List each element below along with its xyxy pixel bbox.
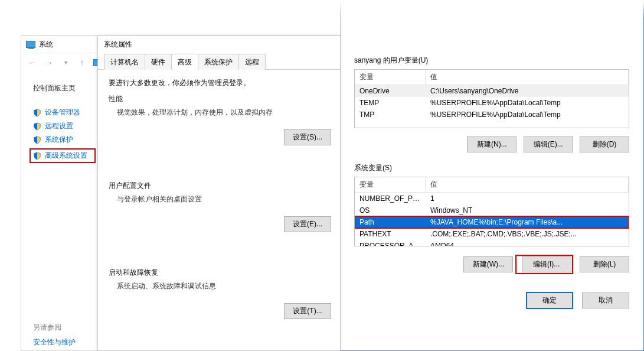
tab-hardware[interactable]: 硬件 [145,54,172,70]
system-title: 系统 [39,40,53,50]
system-left-panel: 控制面板主页 设备管理器 远程设置 系统保护 高级系统设置 另请参阅 安全性与维… [21,72,98,347]
group-title: 用户配置文件 [109,181,331,191]
device-manager-link[interactable]: 设备管理器 [33,108,96,118]
back-icon[interactable]: ← [27,57,38,68]
forward-icon[interactable]: → [44,57,54,68]
cell-val: 1 [426,193,629,204]
list-row[interactable]: TEMP%USERPROFILE%\AppData\Local\Temp [355,97,629,109]
shield-icon [33,122,41,131]
col-variable[interactable]: 变量 [355,70,426,84]
sys-vars-list[interactable]: 变量 值 NUMBER_OF_PR...1 OSWindows_NT Path%… [354,177,629,246]
cell-var: OneDrive [355,85,426,97]
perf-settings-button[interactable]: 设置(S)... [284,129,331,145]
group-desc: 系统启动、系统故障和调试信息 [117,281,331,291]
advanced-system-settings-link[interactable]: 高级系统设置 [33,151,92,161]
ok-button[interactable]: 确定 [526,292,573,309]
remote-settings-link[interactable]: 远程设置 [33,121,96,131]
list-row[interactable]: PATHEXT.COM;.EXE;.BAT;.CMD;.VBS;.VBE;.JS… [355,228,629,240]
group-title: 性能 [109,94,331,104]
tab-advanced[interactable]: 高级 [171,54,198,70]
dropdown-icon[interactable]: ▾ [60,57,71,68]
see-also-label: 另请参阅 [33,323,96,333]
security-maintenance-link[interactable]: 安全性与维护 [33,337,96,347]
admin-note: 要进行大多数更改，你必须作为管理员登录。 [109,78,331,88]
system-protection-link[interactable]: 系统保护 [33,135,96,145]
sys-vars-label: 系统变量(S) [354,163,629,173]
cell-val: %USERPROFILE%\AppData\Local\Temp [426,109,629,121]
link-label: 远程设置 [45,121,73,131]
group-desc: 与登录帐户相关的桌面设置 [117,194,331,204]
list-row[interactable]: TMP%USERPROFILE%\AppData\Local\Temp [355,109,629,121]
cell-var: PROCESSOR_AR... [355,240,426,246]
startup-recovery-group: 启动和故障恢复 系统启动、系统故障和调试信息 设置(T)... [109,268,331,349]
list-row[interactable]: OSWindows_NT [355,204,629,216]
group-desc: 视觉效果，处理器计划，内存使用，以及虚拟内存 [117,108,331,118]
delete-user-var-button[interactable]: 删除(D) [580,136,629,152]
environment-variables-dialog: sanyang 的用户变量(U) 变量 值 OneDriveC:\Users\s… [341,0,644,351]
cell-var: NUMBER_OF_PR... [355,193,426,204]
list-row[interactable]: NUMBER_OF_PR...1 [355,193,629,204]
tab-computer-name[interactable]: 计算机名 [104,54,145,70]
sys-vars-buttons: 新建(W)... 编辑(I)... 删除(L) [354,255,629,274]
cell-var: PATHEXT [355,228,426,240]
edit-sys-var-button[interactable]: 编辑(I)... [522,256,571,272]
group-title: 启动和故障恢复 [109,268,331,278]
shield-icon [33,152,41,160]
list-row[interactable]: OneDriveC:\Users\sanyang\OneDrive [355,85,629,97]
link-label: 高级系统设置 [45,151,87,161]
edit-sys-var-highlight: 编辑(I)... [515,255,573,274]
user-vars-buttons: 新建(N)... 编辑(E)... 删除(D) [354,136,629,152]
list-header: 变量 值 [355,70,629,85]
profiles-settings-button[interactable]: 设置(E)... [284,216,331,232]
startup-settings-button[interactable]: 设置(T)... [284,303,331,319]
col-value[interactable]: 值 [426,70,629,84]
edit-user-var-button[interactable]: 编辑(E)... [524,136,573,152]
col-variable[interactable]: 变量 [355,177,426,192]
dialog-bottom-buttons: 确定 取消 [354,292,629,309]
system-properties-dialog: 系统属性 计算机名 硬件 高级 系统保护 远程 要进行大多数更改，你必须作为管理… [97,35,342,351]
cell-var: Path [355,216,426,228]
shield-icon [33,136,41,144]
cell-val: Windows_NT [426,204,629,216]
link-label: 设备管理器 [45,108,80,118]
delete-sys-var-button[interactable]: 删除(L) [580,256,629,272]
col-value[interactable]: 值 [426,177,629,192]
cell-val: %USERPROFILE%\AppData\Local\Temp [426,97,629,109]
cancel-button[interactable]: 取消 [582,292,629,308]
cell-var: OS [355,204,426,216]
list-header: 变量 值 [355,177,629,193]
user-vars-label: sanyang 的用户变量(U) [354,56,629,66]
user-vars-list[interactable]: 变量 值 OneDriveC:\Users\sanyang\OneDrive T… [354,69,629,128]
tab-remote[interactable]: 远程 [238,54,266,70]
list-row[interactable]: PROCESSOR_AR...AMD64 [355,240,629,246]
tab-bar: 计算机名 硬件 高级 系统保护 远程 [98,53,342,70]
computer-icon [26,41,35,48]
new-user-var-button[interactable]: 新建(N)... [467,136,516,152]
up-icon[interactable]: ↑ [77,57,87,68]
new-sys-var-button[interactable]: 新建(W)... [463,256,513,272]
cell-val: C:\Users\sanyang\OneDrive [426,85,629,97]
cell-var: TMP [355,109,426,121]
cell-val: %JAVA_HOME%\bin;E:\Program Files\a... [426,216,629,228]
cell-var: TEMP [355,97,426,109]
list-row-path[interactable]: Path%JAVA_HOME%\bin;E:\Program Files\a..… [355,216,629,228]
cell-val: .COM;.EXE;.BAT;.CMD;.VBS;.VBE;.JS;.JSE;.… [426,228,629,240]
user-profiles-group: 用户配置文件 与登录帐户相关的桌面设置 设置(E)... [109,181,331,262]
tab-system-protection[interactable]: 系统保护 [198,54,239,70]
link-label: 系统保护 [45,135,73,145]
dialog-title: 系统属性 [98,36,342,53]
shield-icon [33,109,41,117]
control-panel-home-link[interactable]: 控制面板主页 [33,83,96,93]
performance-group: 性能 视觉效果，处理器计划，内存使用，以及虚拟内存 设置(S)... [109,94,331,175]
advanced-system-settings-highlight: 高级系统设置 [30,148,96,163]
cell-val: AMD64 [426,240,629,246]
